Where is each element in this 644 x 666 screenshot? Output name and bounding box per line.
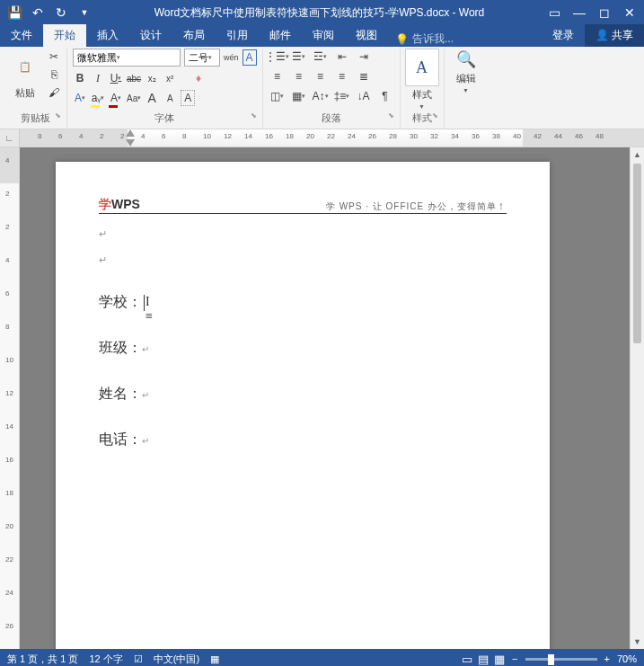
format-painter-icon[interactable]: 🖌 bbox=[47, 84, 61, 101]
ruler-vtick: 10 bbox=[5, 356, 13, 364]
decrease-indent-button[interactable]: ⇤ bbox=[333, 49, 351, 65]
share-button[interactable]: 👤 共享 bbox=[585, 24, 644, 47]
tab-file[interactable]: 文件 bbox=[0, 24, 43, 47]
numbering-button[interactable]: ☰ bbox=[290, 49, 308, 65]
ribbon-options-icon[interactable]: ▭ bbox=[543, 2, 565, 23]
scroll-up-icon[interactable]: ▲ bbox=[631, 147, 644, 162]
ruler-tick: 10 bbox=[203, 132, 211, 140]
align-left-button[interactable]: ≡ bbox=[269, 68, 287, 84]
text-direction-button[interactable]: A↕ bbox=[312, 88, 330, 104]
zoom-level[interactable]: 70% bbox=[617, 653, 637, 664]
line-name[interactable]: 姓名：↵ bbox=[99, 385, 507, 404]
copy-icon[interactable]: ⎘ bbox=[47, 67, 61, 83]
minimize-icon[interactable]: — bbox=[569, 2, 590, 23]
strike-button[interactable]: abc bbox=[127, 70, 141, 86]
superscript-button[interactable]: x² bbox=[163, 70, 177, 86]
clear-format-icon[interactable]: ♦ bbox=[191, 70, 206, 86]
scroll-thumb[interactable] bbox=[633, 164, 641, 343]
zoom-out-button[interactable]: − bbox=[512, 653, 517, 664]
justify-button[interactable]: ≡ bbox=[333, 68, 351, 84]
change-case-button[interactable]: Aa bbox=[127, 90, 141, 106]
ruler-tick: 34 bbox=[451, 132, 459, 140]
ruler-horizontal[interactable]: 8642246810121416182022242628303234363840… bbox=[20, 129, 644, 147]
zoom-knob[interactable] bbox=[548, 654, 554, 665]
view-read-icon[interactable]: ▭ bbox=[462, 653, 472, 666]
bold-button[interactable]: B bbox=[73, 70, 87, 86]
multilevel-button[interactable]: ☲ bbox=[312, 49, 330, 65]
line-spacing-button[interactable]: ‡≡ bbox=[333, 88, 351, 104]
login-button[interactable]: 登录 bbox=[542, 24, 585, 47]
ruler-vertical[interactable]: 422468101214161820222426 bbox=[0, 147, 20, 649]
tab-layout[interactable]: 布局 bbox=[172, 24, 216, 47]
ruler-vtick: 24 bbox=[5, 589, 13, 597]
status-words[interactable]: 12 个字 bbox=[89, 653, 122, 666]
zoom-slider[interactable] bbox=[525, 658, 597, 661]
tell-me-input[interactable]: 💡告诉我... bbox=[395, 31, 454, 47]
bullets-button[interactable]: ⋮☰ bbox=[269, 49, 287, 65]
group-clipboard-label: 剪贴板 bbox=[9, 110, 61, 127]
status-page[interactable]: 第 1 页，共 1 页 bbox=[7, 653, 78, 666]
macro-icon[interactable]: ▦ bbox=[210, 653, 219, 665]
phonetic-guide-icon[interactable]: wén bbox=[224, 49, 239, 66]
char-border-icon[interactable]: A bbox=[243, 49, 257, 66]
shrink-font-button[interactable]: A bbox=[163, 90, 177, 106]
align-right-button[interactable]: ≡ bbox=[312, 68, 330, 84]
find-button[interactable]: 🔍 编辑 ▼ bbox=[450, 49, 482, 93]
tab-home[interactable]: 开始 bbox=[43, 24, 86, 47]
redo-icon[interactable]: ↻ bbox=[50, 2, 72, 23]
maximize-icon[interactable]: ◻ bbox=[594, 2, 615, 23]
tab-selector[interactable]: ∟ bbox=[0, 129, 20, 147]
undo-icon[interactable]: ↶ bbox=[27, 2, 49, 23]
scroll-down-icon[interactable]: ▼ bbox=[631, 635, 644, 649]
font-color-button[interactable]: A bbox=[109, 90, 123, 106]
line-school[interactable]: 学校： I ≡ bbox=[99, 293, 145, 312]
grow-font-button[interactable]: A bbox=[145, 90, 159, 106]
status-language[interactable]: 中文(中国) bbox=[154, 653, 199, 666]
highlight-button[interactable]: aᵧ bbox=[91, 90, 105, 106]
save-icon[interactable]: 💾 bbox=[4, 2, 25, 23]
scrollbar-vertical[interactable]: ▲ ▼ bbox=[630, 147, 644, 649]
font-size-select[interactable]: 二号 bbox=[184, 49, 220, 67]
ruler-tick: 2 bbox=[120, 132, 124, 140]
spellcheck-icon[interactable]: ☑ bbox=[134, 653, 143, 665]
ruler-tick: 28 bbox=[389, 132, 397, 140]
borders-button[interactable]: ▦ bbox=[290, 88, 308, 104]
text-effects-button[interactable]: A bbox=[73, 90, 87, 106]
tab-design[interactable]: 设计 bbox=[129, 24, 172, 47]
page[interactable]: 学WPS 学 WPS · 让 OFFICE 办公，变得简单！ ↵ ↵ 学校： I… bbox=[56, 162, 550, 649]
styles-icon: A bbox=[405, 49, 439, 86]
shading-button[interactable]: ◫ bbox=[269, 88, 287, 104]
underline-button[interactable]: U bbox=[109, 70, 123, 86]
sort-button[interactable]: ↓A bbox=[355, 88, 373, 104]
paste-button[interactable]: 📋 粘贴 bbox=[9, 49, 41, 100]
qat-dropdown-icon[interactable]: ▼ bbox=[74, 2, 95, 23]
font-family-select[interactable]: 微软雅黑 bbox=[73, 49, 181, 67]
italic-button[interactable]: I bbox=[91, 70, 105, 86]
show-marks-button[interactable]: ¶ bbox=[376, 88, 394, 104]
header-logo: 学WPS bbox=[99, 197, 140, 213]
ruler-tick: 44 bbox=[554, 132, 562, 140]
view-web-icon[interactable]: ▦ bbox=[494, 653, 505, 666]
ruler-tick: 38 bbox=[492, 132, 500, 140]
styles-button[interactable]: A 样式 ▼ bbox=[406, 49, 438, 110]
line-class[interactable]: 班级：↵ bbox=[99, 339, 507, 358]
cut-icon[interactable]: ✂ bbox=[47, 49, 61, 65]
tab-references[interactable]: 引用 bbox=[216, 24, 259, 47]
tab-insert[interactable]: 插入 bbox=[86, 24, 129, 47]
subscript-button[interactable]: x₂ bbox=[145, 70, 159, 86]
line-phone[interactable]: 电话：↵ bbox=[99, 431, 507, 449]
zoom-in-button[interactable]: + bbox=[604, 653, 610, 664]
tab-view[interactable]: 视图 bbox=[345, 24, 388, 47]
close-icon[interactable]: ✕ bbox=[619, 2, 640, 23]
tab-mailings[interactable]: 邮件 bbox=[259, 24, 302, 47]
page-header: 学WPS 学 WPS · 让 OFFICE 办公，变得简单！ bbox=[99, 194, 507, 214]
ibeam-cursor-icon: I ≡ bbox=[146, 295, 153, 324]
tab-review[interactable]: 审阅 bbox=[302, 24, 345, 47]
align-center-button[interactable]: ≡ bbox=[290, 68, 308, 84]
increase-indent-button[interactable]: ⇥ bbox=[355, 49, 373, 65]
view-print-icon[interactable]: ▤ bbox=[478, 653, 489, 666]
char-shading-icon[interactable]: A bbox=[181, 90, 195, 106]
ruler-tick: 16 bbox=[265, 132, 273, 140]
distribute-button[interactable]: ≣ bbox=[355, 68, 373, 84]
document-canvas[interactable]: 学WPS 学 WPS · 让 OFFICE 办公，变得简单！ ↵ ↵ 学校： I… bbox=[20, 147, 630, 649]
